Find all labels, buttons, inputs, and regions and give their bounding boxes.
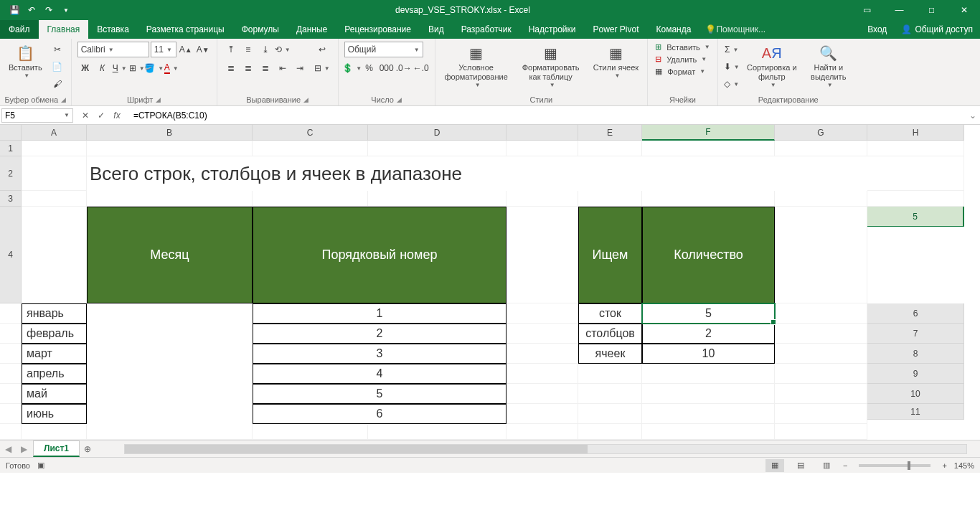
fill-button[interactable]: ⬇▼ bbox=[724, 59, 740, 75]
col-header-D[interactable]: D bbox=[368, 125, 507, 141]
table-cell[interactable]: 5 bbox=[253, 384, 507, 404]
tab-data[interactable]: Данные bbox=[288, 20, 336, 39]
col-header-G[interactable]: G bbox=[775, 125, 867, 141]
cell[interactable] bbox=[0, 303, 22, 324]
formula-input[interactable]: =СТРОКА(B5:C10) bbox=[129, 108, 966, 123]
cell[interactable] bbox=[775, 191, 867, 207]
cell[interactable] bbox=[368, 141, 507, 156]
row-header-10[interactable]: 10 bbox=[867, 384, 964, 404]
tell-me-search[interactable]: 💡 Помощник... bbox=[699, 20, 771, 39]
tab-developer[interactable]: Разработчик bbox=[453, 20, 520, 39]
cell[interactable] bbox=[775, 384, 867, 404]
dialog-launcher-icon[interactable]: ◢ bbox=[61, 96, 66, 103]
next-sheet-button[interactable]: ▶ bbox=[16, 441, 32, 457]
increase-indent-button[interactable]: ⇥ bbox=[292, 60, 308, 76]
minimize-icon[interactable]: — bbox=[883, 0, 915, 20]
cell[interactable] bbox=[578, 141, 642, 156]
cell[interactable] bbox=[87, 141, 253, 156]
align-top-button[interactable]: ⤒ bbox=[223, 42, 239, 57]
decrease-indent-button[interactable]: ⇤ bbox=[275, 60, 291, 76]
row-header-8[interactable]: 8 bbox=[867, 344, 964, 364]
cut-button[interactable]: ✂ bbox=[50, 42, 65, 57]
cell[interactable] bbox=[22, 156, 87, 191]
cell[interactable] bbox=[507, 344, 578, 364]
table-cell[interactable]: 10 bbox=[642, 344, 775, 364]
cell[interactable] bbox=[642, 404, 775, 424]
normal-view-button[interactable]: ▦ bbox=[765, 459, 784, 472]
cell[interactable] bbox=[642, 141, 775, 156]
cell[interactable] bbox=[0, 424, 22, 440]
tab-pagelayout[interactable]: Разметка страницы bbox=[138, 20, 233, 39]
cell[interactable] bbox=[775, 324, 867, 344]
bold-button[interactable]: Ж bbox=[77, 60, 93, 76]
autosave-icon[interactable]: 💾 bbox=[6, 1, 23, 19]
cell[interactable] bbox=[867, 141, 964, 156]
cell[interactable] bbox=[368, 191, 507, 207]
tab-powerpivot[interactable]: Power Pivot bbox=[584, 20, 647, 39]
paste-button[interactable]: 📋 Вставить ▼ bbox=[4, 40, 47, 80]
cell[interactable] bbox=[87, 424, 253, 440]
comma-format-button[interactable]: 000 bbox=[379, 60, 395, 76]
cell[interactable] bbox=[867, 156, 964, 191]
undo-icon[interactable]: ↶ bbox=[23, 1, 40, 19]
sheet-title[interactable]: Всего строк, столбцов и ячеек в диапазон… bbox=[87, 156, 867, 191]
col-header-A[interactable]: A bbox=[22, 125, 87, 141]
cell[interactable] bbox=[578, 384, 642, 404]
merge-center-button[interactable]: ⊟▼ bbox=[312, 60, 332, 76]
cell[interactable] bbox=[507, 384, 578, 404]
row-header-7[interactable]: 7 bbox=[867, 324, 964, 344]
cell[interactable] bbox=[775, 207, 867, 303]
page-layout-view-button[interactable]: ▤ bbox=[791, 459, 810, 472]
qat-customize-icon[interactable]: ▼ bbox=[57, 1, 75, 19]
table-cell[interactable]: 4 bbox=[253, 364, 507, 384]
select-all-corner[interactable] bbox=[0, 125, 22, 141]
cell[interactable] bbox=[775, 404, 867, 424]
find-select-button[interactable]: 🔍 Найти и выделить▼ bbox=[803, 40, 854, 89]
align-right-button[interactable]: ≣ bbox=[258, 60, 273, 76]
row-header-1[interactable]: 1 bbox=[0, 141, 22, 156]
row-header-3[interactable]: 3 bbox=[0, 191, 22, 207]
cell[interactable] bbox=[507, 141, 578, 156]
table-cell[interactable]: май bbox=[22, 384, 87, 404]
maximize-icon[interactable]: □ bbox=[915, 0, 948, 20]
sort-filter-button[interactable]: AЯ Сортировка и фильтр▼ bbox=[743, 40, 801, 89]
table-cell[interactable]: 3 bbox=[253, 344, 507, 364]
copy-button[interactable]: 📄 bbox=[50, 59, 65, 75]
tab-team[interactable]: Команда bbox=[648, 20, 700, 39]
zoom-in-button[interactable]: + bbox=[942, 461, 946, 470]
table-cell[interactable]: 2 bbox=[642, 324, 775, 344]
cell[interactable] bbox=[775, 424, 867, 440]
cell[interactable] bbox=[775, 344, 867, 364]
cell[interactable] bbox=[0, 364, 22, 384]
border-button[interactable]: ⊞▼ bbox=[129, 60, 145, 76]
cell[interactable] bbox=[368, 424, 507, 440]
cell[interactable] bbox=[253, 141, 368, 156]
percent-format-button[interactable]: % bbox=[362, 60, 377, 76]
align-bottom-button[interactable]: ⤓ bbox=[258, 42, 273, 57]
cell-styles-button[interactable]: ▦ Стили ячеек▼ bbox=[589, 40, 643, 80]
font-name-combo[interactable]: Calibri▼ bbox=[77, 42, 149, 57]
sheet-tab-active[interactable]: Лист1 bbox=[33, 440, 80, 457]
table-cell[interactable]: июнь bbox=[22, 404, 87, 424]
cell[interactable] bbox=[775, 141, 867, 156]
cell[interactable] bbox=[578, 191, 642, 207]
table-cell[interactable]: ячеек bbox=[578, 344, 642, 364]
cell[interactable] bbox=[775, 303, 867, 324]
cell[interactable] bbox=[867, 191, 964, 207]
cell[interactable] bbox=[507, 404, 578, 424]
table-cell[interactable]: март bbox=[22, 344, 87, 364]
table-cell[interactable]: апрель bbox=[22, 364, 87, 384]
expand-formula-bar-button[interactable]: ⌄ bbox=[966, 110, 980, 121]
cell[interactable] bbox=[507, 191, 578, 207]
cell[interactable] bbox=[0, 384, 22, 404]
tab-view[interactable]: Вид bbox=[420, 20, 453, 39]
table-cell[interactable]: февраль bbox=[22, 324, 87, 344]
name-box[interactable]: F5▼ bbox=[1, 108, 73, 123]
tab-insert[interactable]: Вставка bbox=[88, 20, 138, 39]
col-header-E[interactable]: E bbox=[578, 125, 642, 141]
align-center-button[interactable]: ≣ bbox=[240, 60, 256, 76]
increase-font-button[interactable]: A▲ bbox=[178, 42, 194, 57]
accounting-format-button[interactable]: 💲▼ bbox=[344, 60, 360, 76]
row-header-11[interactable]: 11 bbox=[867, 404, 964, 420]
row-header-6[interactable]: 6 bbox=[867, 303, 964, 324]
